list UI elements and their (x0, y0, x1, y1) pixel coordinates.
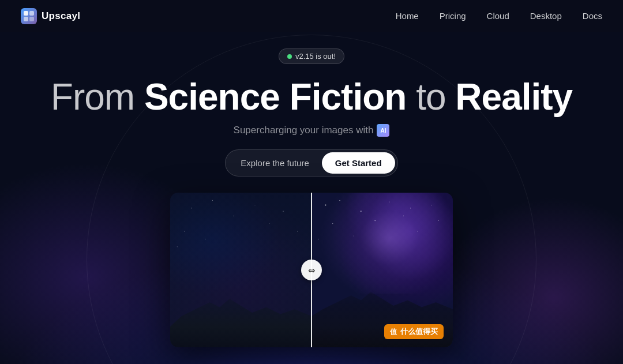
svg-rect-0 (24, 11, 28, 16)
watermark-icon: 值 (390, 327, 397, 337)
heading-text1: From (51, 76, 144, 118)
logo-text: Upscayl (42, 10, 80, 22)
logo[interactable]: Upscayl (21, 8, 80, 24)
navbar: Upscayl Home Pricing Cloud Desktop Docs (0, 0, 623, 32)
sub-text: Supercharging your images with (234, 125, 374, 136)
image-before (170, 193, 312, 347)
watermark-text: 什么值得买 (400, 327, 438, 337)
svg-rect-1 (29, 11, 34, 16)
logo-icon (21, 8, 37, 24)
get-started-button[interactable]: Get Started (322, 152, 395, 174)
image-comparison[interactable]: ⇔ 值 什么值得买 (170, 193, 453, 347)
hero-heading: From Science Fiction to Reality (51, 77, 572, 117)
nav-link-pricing[interactable]: Pricing (440, 11, 466, 21)
badge-text: v2.15 is out! (295, 52, 336, 61)
nav-link-desktop[interactable]: Desktop (530, 11, 562, 21)
divider-handle[interactable]: ⇔ (301, 260, 322, 280)
divider-handle-icon: ⇔ (308, 266, 316, 275)
heading-text2: to (406, 76, 455, 118)
watermark: 值 什么值得买 (384, 324, 444, 339)
svg-rect-3 (29, 17, 34, 21)
nav-link-docs[interactable]: Docs (583, 11, 602, 21)
heading-bold1: Science Fiction (144, 76, 406, 118)
ai-badge: AI (377, 124, 389, 137)
svg-rect-2 (24, 17, 28, 21)
nav-link-home[interactable]: Home (396, 11, 419, 21)
explore-button[interactable]: Explore the future (228, 153, 321, 173)
nav-link-cloud[interactable]: Cloud (487, 11, 509, 21)
nav-links: Home Pricing Cloud Desktop Docs (396, 11, 602, 21)
heading-bold2: Reality (455, 76, 572, 118)
hero-subheading: Supercharging your images with AI (234, 124, 390, 137)
badge-dot (287, 54, 292, 59)
cta-group: Explore the future Get Started (225, 149, 397, 177)
hero-section: v2.15 is out! From Science Fiction to Re… (0, 32, 623, 347)
version-badge[interactable]: v2.15 is out! (279, 48, 344, 64)
